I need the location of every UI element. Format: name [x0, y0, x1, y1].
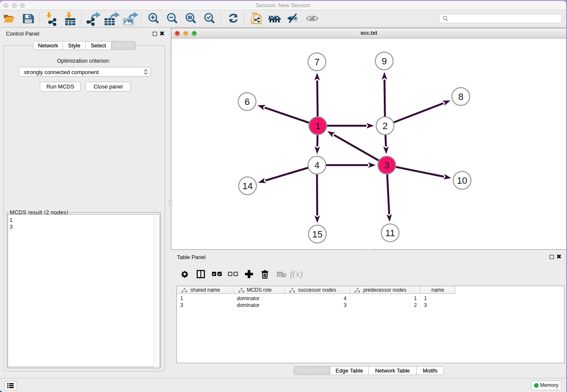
svg-text:15: 15 — [312, 229, 322, 240]
svg-text:9: 9 — [382, 56, 387, 66]
svg-text:8: 8 — [458, 91, 463, 102]
svg-text:14: 14 — [242, 181, 253, 191]
svg-text:1: 1 — [315, 121, 320, 131]
svg-text:3: 3 — [384, 160, 389, 171]
svg-text:10: 10 — [457, 175, 467, 186]
svg-text:7: 7 — [314, 57, 319, 67]
svg-text:6: 6 — [245, 97, 250, 107]
svg-text:11: 11 — [385, 228, 395, 238]
svg-text:4: 4 — [314, 160, 319, 171]
svg-text:2: 2 — [383, 121, 388, 131]
